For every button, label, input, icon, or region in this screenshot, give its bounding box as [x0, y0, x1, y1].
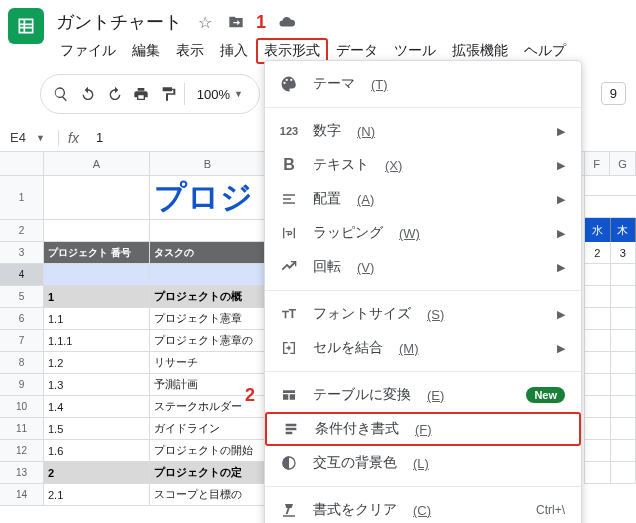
row-header[interactable]: 3 — [0, 242, 44, 264]
sheets-logo[interactable] — [8, 8, 44, 44]
cell[interactable] — [585, 352, 611, 374]
cell[interactable]: スコープと目標の — [150, 484, 265, 506]
menu-align[interactable]: 配置 (A) ▶ — [265, 182, 581, 216]
menu-insert[interactable]: 挿入 — [212, 38, 256, 64]
cell[interactable]: 1.1.1 — [44, 330, 149, 352]
cell[interactable]: 2 — [585, 242, 611, 264]
day-header[interactable]: 水 — [585, 218, 611, 242]
zoom-select[interactable]: 100%▼ — [191, 87, 249, 102]
cell[interactable] — [150, 264, 265, 286]
cell[interactable]: 2.1 — [44, 484, 149, 506]
cell[interactable] — [585, 264, 611, 286]
cell[interactable] — [585, 462, 611, 484]
col-header-a[interactable]: A — [44, 152, 150, 175]
cell[interactable]: プロジェクトの概 — [150, 286, 265, 308]
cell[interactable] — [611, 330, 637, 352]
cell[interactable] — [611, 286, 637, 308]
menu-separator — [265, 290, 581, 291]
row-header[interactable]: 6 — [0, 308, 44, 330]
search-icon[interactable] — [51, 81, 72, 107]
menu-label: 交互の背景色 — [313, 454, 397, 472]
cell[interactable] — [585, 418, 611, 440]
row-header[interactable]: 9 — [0, 374, 44, 396]
move-icon[interactable] — [224, 10, 248, 34]
day-header[interactable]: 木 — [611, 218, 637, 242]
cell[interactable]: プロジェクト憲章 — [150, 308, 265, 330]
cell[interactable]: リサーチ — [150, 352, 265, 374]
menu-theme[interactable]: テーマ (T) — [265, 67, 581, 101]
row-header[interactable]: 10 — [0, 396, 44, 418]
doc-title[interactable]: ガントチャート — [52, 8, 186, 36]
name-box[interactable]: E4▼ — [0, 130, 58, 145]
row-header[interactable]: 8 — [0, 352, 44, 374]
cell[interactable] — [611, 264, 637, 286]
menu-convert-table[interactable]: 2 テーブルに変換 (E) New — [265, 378, 581, 412]
cell[interactable] — [44, 264, 149, 286]
row-header[interactable]: 14 — [0, 484, 44, 506]
menu-number[interactable]: 123 数字 (N) ▶ — [265, 114, 581, 148]
row-header[interactable]: 1 — [0, 176, 44, 220]
undo-icon[interactable] — [78, 81, 99, 107]
cell[interactable] — [585, 308, 611, 330]
menu-alternating-colors[interactable]: 交互の背景色 (L) — [265, 446, 581, 480]
cell[interactable]: ガイドライン — [150, 418, 265, 440]
menu-edit[interactable]: 編集 — [124, 38, 168, 64]
paint-format-icon[interactable] — [157, 81, 178, 107]
cell[interactable]: プロジェクトの定 — [150, 462, 265, 484]
menu-wrapping[interactable]: ラッピング (W) ▶ — [265, 216, 581, 250]
cell[interactable] — [611, 352, 637, 374]
redo-icon[interactable] — [104, 81, 125, 107]
row-header[interactable]: 12 — [0, 440, 44, 462]
cell[interactable] — [44, 220, 149, 242]
cell-project-title[interactable]: プロジ — [150, 176, 265, 220]
cell[interactable] — [611, 418, 637, 440]
cell[interactable]: 1.2 — [44, 352, 149, 374]
cell[interactable]: タスクの — [150, 242, 265, 264]
formula-input[interactable]: 1 — [88, 130, 103, 145]
merge-icon — [279, 338, 299, 358]
menu-file[interactable]: ファイル — [52, 38, 124, 64]
cell[interactable]: プロジェクト憲章の — [150, 330, 265, 352]
cell[interactable] — [611, 462, 637, 484]
cell[interactable] — [611, 374, 637, 396]
cell[interactable]: 1.4 — [44, 396, 149, 418]
row-header[interactable]: 2 — [0, 220, 44, 242]
cell[interactable] — [585, 440, 611, 462]
row-header[interactable]: 13 — [0, 462, 44, 484]
right-badge[interactable]: 9 — [601, 82, 626, 105]
menu-clear-formatting[interactable]: 書式をクリア (C) Ctrl+\ — [265, 493, 581, 523]
star-icon[interactable]: ☆ — [194, 9, 216, 36]
cell[interactable]: 1 — [44, 286, 149, 308]
menu-merge-cells[interactable]: セルを結合 (M) ▶ — [265, 331, 581, 365]
menu-text[interactable]: B テキスト (X) ▶ — [265, 148, 581, 182]
cloud-saved-icon[interactable] — [274, 9, 300, 35]
cell[interactable] — [585, 286, 611, 308]
row-header[interactable]: 11 — [0, 418, 44, 440]
cell[interactable] — [44, 176, 149, 220]
cell[interactable] — [611, 308, 637, 330]
cell[interactable] — [585, 330, 611, 352]
cell[interactable]: 2 — [44, 462, 149, 484]
cell[interactable]: 1.1 — [44, 308, 149, 330]
cell[interactable] — [150, 220, 265, 242]
cell[interactable] — [611, 440, 637, 462]
cell[interactable]: プロジェクトの開始 — [150, 440, 265, 462]
menu-font-size[interactable]: ᴛT フォントサイズ (S) ▶ — [265, 297, 581, 331]
cell[interactable]: 1.5 — [44, 418, 149, 440]
col-header-b[interactable]: B — [150, 152, 266, 175]
cell[interactable]: プロジェクト 番号 — [44, 242, 149, 264]
menu-conditional-formatting[interactable]: 条件付き書式 (F) — [265, 412, 581, 446]
row-header[interactable]: 7 — [0, 330, 44, 352]
cell[interactable]: 1.6 — [44, 440, 149, 462]
print-icon[interactable] — [131, 81, 152, 107]
cell[interactable]: 1.3 — [44, 374, 149, 396]
cell[interactable] — [585, 396, 611, 418]
cell[interactable] — [611, 396, 637, 418]
menu-view[interactable]: 表示 — [168, 38, 212, 64]
menu-rotation[interactable]: 回転 (V) ▶ — [265, 250, 581, 284]
cell[interactable]: 3 — [611, 242, 637, 264]
row-header[interactable]: 4 — [0, 264, 44, 286]
select-all-corner[interactable] — [0, 152, 44, 175]
cell[interactable] — [585, 374, 611, 396]
row-header[interactable]: 5 — [0, 286, 44, 308]
